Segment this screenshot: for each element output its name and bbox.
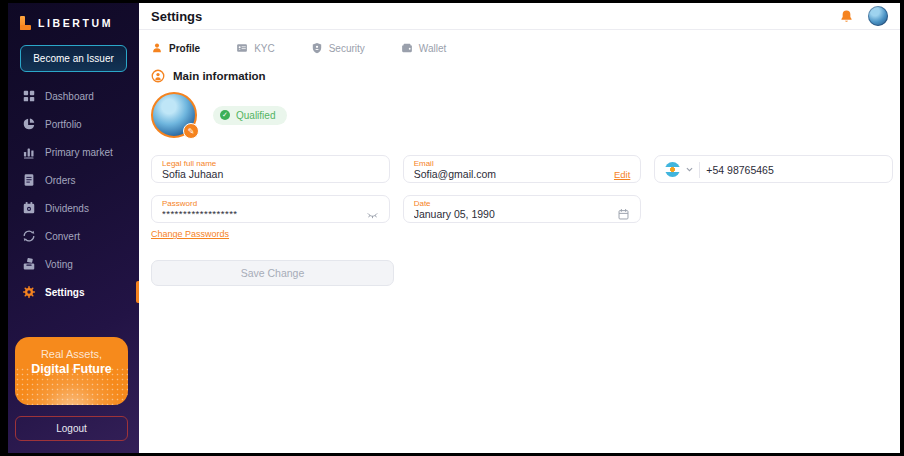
main-information-header: Main information <box>151 69 893 83</box>
phone-input[interactable] <box>706 164 882 176</box>
phone-field <box>654 155 893 183</box>
legal-name-field: Legal full name <box>151 155 390 183</box>
dashboard-icon <box>22 89 36 103</box>
tab-kyc[interactable]: KYC <box>236 42 275 54</box>
tab-label: KYC <box>254 43 275 54</box>
email-edit-link[interactable]: Edit <box>614 169 630 180</box>
spacer <box>654 195 893 223</box>
libertum-l-icon <box>20 16 31 30</box>
tab-label: Wallet <box>419 43 446 54</box>
password-input[interactable] <box>162 208 360 220</box>
eye-closed-icon[interactable] <box>366 208 379 221</box>
user-avatar[interactable] <box>868 6 888 26</box>
qualified-badge: ✓ Qualified <box>213 106 287 125</box>
change-password-link[interactable]: Change Passwords <box>151 229 229 239</box>
tab-profile[interactable]: Profile <box>151 42 200 54</box>
sidebar-item-label: Voting <box>45 259 73 270</box>
sidebar-item-label: Dashboard <box>45 91 94 102</box>
date-input[interactable] <box>414 208 612 220</box>
sidebar-item-dividends[interactable]: Dividends <box>8 194 139 222</box>
sidebar-nav: Dashboard Portfolio Primary market Order… <box>8 82 139 306</box>
brand-name: LIBERTUM <box>38 17 113 29</box>
profile-form: Legal full name Email Edit <box>151 155 893 223</box>
sidebar-item-label: Portfolio <box>45 119 82 130</box>
sidebar-item-voting[interactable]: Voting <box>8 250 139 278</box>
legal-name-label: Legal full name <box>162 159 379 168</box>
divider <box>699 162 700 178</box>
voting-icon <box>22 257 36 271</box>
page-title: Settings <box>151 9 202 24</box>
become-issuer-button[interactable]: Become an Issuer <box>20 45 127 72</box>
password-label: Password <box>162 199 379 208</box>
sidebar-item-dashboard[interactable]: Dashboard <box>8 82 139 110</box>
chevron-down-icon[interactable] <box>686 166 693 173</box>
sidebar-item-label: Orders <box>45 175 76 186</box>
argentina-flag-icon[interactable] <box>665 162 680 177</box>
avatar-row: ✎ ✓ Qualified <box>151 92 893 138</box>
date-label: Date <box>414 199 631 208</box>
calendar-icon[interactable] <box>617 208 630 221</box>
id-card-icon <box>236 42 248 54</box>
orders-icon <box>22 173 36 187</box>
sidebar-item-label: Convert <box>45 231 80 242</box>
wallet-icon <box>401 42 413 54</box>
promo-line1: Real Assets, <box>15 348 128 360</box>
sidebar-item-orders[interactable]: Orders <box>8 166 139 194</box>
qualified-label: Qualified <box>236 110 275 121</box>
edit-avatar-icon[interactable]: ✎ <box>183 123 199 139</box>
tab-label: Profile <box>169 43 200 54</box>
save-change-button[interactable]: Save Change <box>151 260 394 286</box>
email-label: Email <box>414 159 631 168</box>
tab-security[interactable]: Security <box>311 42 365 54</box>
birth-date-field: Date <box>403 195 642 223</box>
sidebar-item-settings[interactable]: Settings <box>8 278 139 306</box>
sidebar-item-convert[interactable]: Convert <box>8 222 139 250</box>
legal-name-input[interactable] <box>162 168 379 180</box>
check-icon: ✓ <box>220 110 230 120</box>
promo-line2: Digital Future <box>15 362 128 376</box>
sidebar-item-label: Primary market <box>45 147 113 158</box>
shield-icon <box>311 42 323 54</box>
logout-button[interactable]: Logout <box>15 416 128 441</box>
sidebar-item-label: Settings <box>45 287 84 298</box>
settings-content: Profile KYC Security Wallet Main informa… <box>139 30 900 286</box>
main-panel: Settings Profile KYC Security <box>139 3 900 453</box>
tab-wallet[interactable]: Wallet <box>401 42 446 54</box>
sidebar-item-primary-market[interactable]: Primary market <box>8 138 139 166</box>
notifications-bell-icon[interactable] <box>839 9 854 24</box>
top-bar: Settings <box>139 3 900 30</box>
dividends-icon <box>22 201 36 215</box>
section-title: Main information <box>173 70 266 82</box>
tab-label: Security <box>329 43 365 54</box>
settings-gear-icon <box>22 285 36 299</box>
email-field: Email Edit <box>403 155 642 183</box>
sidebar-item-portfolio[interactable]: Portfolio <box>8 110 139 138</box>
settings-tabs: Profile KYC Security Wallet <box>151 42 893 54</box>
promo-card: Real Assets, Digital Future <box>15 337 128 405</box>
primary-market-icon <box>22 145 36 159</box>
profile-icon <box>151 42 163 54</box>
portfolio-icon <box>22 117 36 131</box>
brand-logo: LIBERTUM <box>8 3 139 33</box>
person-circle-icon <box>151 69 165 83</box>
sidebar: LIBERTUM Become an Issuer Dashboard Port… <box>8 3 139 453</box>
app-window: LIBERTUM Become an Issuer Dashboard Port… <box>8 3 900 453</box>
email-input[interactable] <box>414 168 608 180</box>
sidebar-item-label: Dividends <box>45 203 89 214</box>
password-field: Password <box>151 195 390 223</box>
convert-icon <box>22 229 36 243</box>
